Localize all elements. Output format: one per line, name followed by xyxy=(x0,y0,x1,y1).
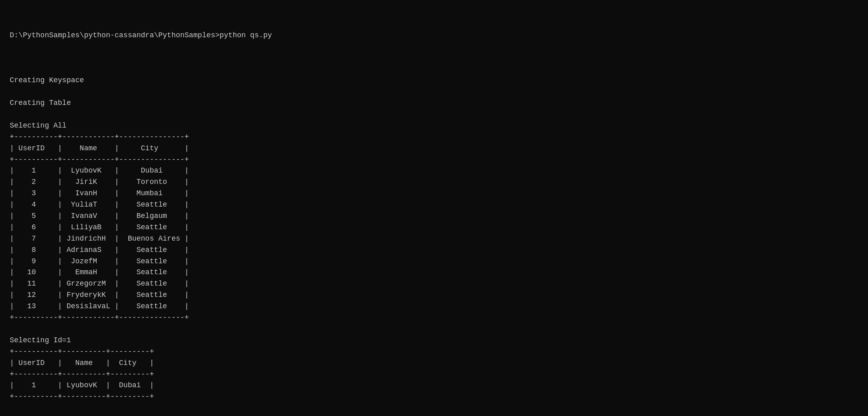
terminal-line: | UserID | Name | City | xyxy=(10,358,858,369)
terminal-line xyxy=(10,64,858,75)
terminal-line: | 2 | JiriK | Toronto | xyxy=(10,177,858,188)
terminal-line: Selecting All xyxy=(10,120,858,132)
terminal-line: | 1 | LyubovK | Dubai | xyxy=(10,380,858,391)
terminal-line: +----------+----------+---------+ xyxy=(10,369,858,380)
terminal-line: | 6 | LiliyaB | Seattle | xyxy=(10,222,858,233)
terminal-line: | 4 | YuliaT | Seattle | xyxy=(10,199,858,211)
terminal-line: | 13 | DesislavaL | Seattle | xyxy=(10,301,858,312)
terminal-line: Creating Table xyxy=(10,98,858,109)
terminal-line: +----------+------------+---------------… xyxy=(10,154,858,166)
terminal-line: | UserID | Name | City | xyxy=(10,143,858,154)
terminal-line xyxy=(10,109,858,120)
terminal-line: | 1 | LyubovK | Dubai | xyxy=(10,165,858,177)
terminal-output: Creating Keyspace Creating Table Selecti… xyxy=(10,53,858,403)
command-prompt: D:\PythonSamples\python-cassandra\Python… xyxy=(10,30,858,41)
terminal-line: Selecting Id=1 xyxy=(10,335,858,346)
terminal-line xyxy=(10,324,858,335)
terminal-line: | 7 | JindrichH | Buenos Aires | xyxy=(10,233,858,245)
terminal-line: | 5 | IvanaV | Belgaum | xyxy=(10,211,858,222)
terminal-line: +----------+------------+---------------… xyxy=(10,312,858,324)
terminal-line: | 8 | AdrianaS | Seattle | xyxy=(10,245,858,256)
terminal-line: | 3 | IvanH | Mumbai | xyxy=(10,188,858,199)
terminal-line: +----------+----------+---------+ xyxy=(10,346,858,358)
terminal-window: D:\PythonSamples\python-cassandra\Python… xyxy=(10,7,858,53)
terminal-line: Creating Keyspace xyxy=(10,75,858,86)
terminal-line: +----------+----------+---------+ xyxy=(10,391,858,403)
terminal-line: | 9 | JozefM | Seattle | xyxy=(10,256,858,267)
terminal-line xyxy=(10,86,858,98)
terminal-line: | 11 | GrzegorzM | Seattle | xyxy=(10,278,858,290)
terminal-line: | 10 | EmmaH | Seattle | xyxy=(10,267,858,278)
terminal-line: +----------+------------+---------------… xyxy=(10,132,858,143)
terminal-line: | 12 | FryderykK | Seattle | xyxy=(10,290,858,301)
